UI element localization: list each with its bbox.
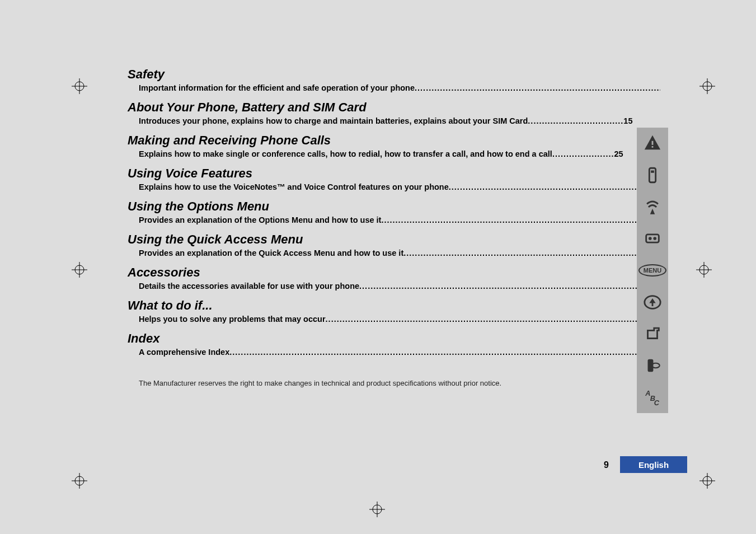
section-title: Using the Options Menu <box>128 199 660 214</box>
help-phone-icon <box>637 350 668 382</box>
warning-icon <box>637 128 668 160</box>
section-desc: A comprehensive Index...................… <box>139 348 660 357</box>
toc-entry-making-calls: Making and Receiving Phone Calls Explain… <box>101 133 660 158</box>
phone-icon <box>637 160 668 191</box>
accessory-icon <box>637 318 668 350</box>
registration-mark-icon <box>369 502 385 517</box>
toc-entry-safety: Safety Important information for the eff… <box>101 67 660 92</box>
section-desc: Details the accessories available for us… <box>139 282 660 291</box>
registration-mark-icon <box>699 473 715 489</box>
registration-mark-icon <box>72 473 87 489</box>
section-desc: Explains how to make single or conferenc… <box>139 149 660 158</box>
svg-rect-4 <box>646 235 659 242</box>
section-desc: Introduces your phone, explains how to c… <box>139 116 660 125</box>
antenna-icon <box>637 191 668 223</box>
arrow-up-icon <box>637 286 668 318</box>
registration-mark-icon <box>72 78 87 94</box>
menu-icon: MENU <box>637 255 668 287</box>
toc-entry-options-menu: Using the Options Menu Provides an expla… <box>101 199 660 224</box>
toc-entry-index: Index A comprehensive Index.............… <box>101 331 660 357</box>
svg-rect-0 <box>652 141 654 145</box>
toc-entry-what-to-do: What to do if... Helps you to solve any … <box>101 298 660 324</box>
toc-entry-about-phone: About Your Phone, Battery and SIM Card I… <box>101 100 660 125</box>
svg-rect-2 <box>649 168 655 182</box>
manufacturer-note: The Manufacturer reserves the right to m… <box>139 379 660 387</box>
svg-text:C: C <box>654 399 660 407</box>
toc-entry-voice-features: Using Voice Features Explains how to use… <box>101 166 660 191</box>
toc-entry-accessories: Accessories Details the accessories avai… <box>101 265 660 291</box>
section-desc: Explains how to use the VoiceNotes™ and … <box>139 182 660 191</box>
svg-point-5 <box>649 237 652 241</box>
section-title: Accessories <box>128 265 660 280</box>
svg-rect-8 <box>648 359 654 372</box>
language-label: English <box>620 456 687 473</box>
section-title: Index <box>128 331 660 346</box>
page-number: 9 <box>604 460 609 470</box>
toc-page: Safety Important information for the eff… <box>101 67 660 387</box>
section-desc: Provides an explanation of the Quick Acc… <box>139 249 660 257</box>
side-tabs: MENU ABC <box>637 128 668 413</box>
section-title: Making and Receiving Phone Calls <box>128 133 660 148</box>
section-title: What to do if... <box>128 298 660 313</box>
registration-mark-icon <box>72 262 87 278</box>
recorder-icon <box>637 223 668 255</box>
section-title: Using the Quick Access Menu <box>128 232 660 247</box>
registration-mark-icon <box>699 78 715 94</box>
section-title: Using Voice Features <box>128 166 660 181</box>
section-desc: Helps you to solve any problems that may… <box>139 315 660 324</box>
svg-rect-3 <box>651 171 654 173</box>
section-title: About Your Phone, Battery and SIM Card <box>128 100 660 115</box>
registration-mark-icon <box>696 262 712 278</box>
toc-entry-quick-access: Using the Quick Access Menu Provides an … <box>101 232 660 257</box>
svg-point-6 <box>653 237 656 241</box>
section-desc: Provides an explanation of the Options M… <box>139 216 660 224</box>
section-title: Safety <box>128 67 660 82</box>
section-desc: Important information for the efficient … <box>139 83 660 92</box>
abc-icon: ABC <box>637 381 668 413</box>
svg-rect-1 <box>652 146 654 148</box>
